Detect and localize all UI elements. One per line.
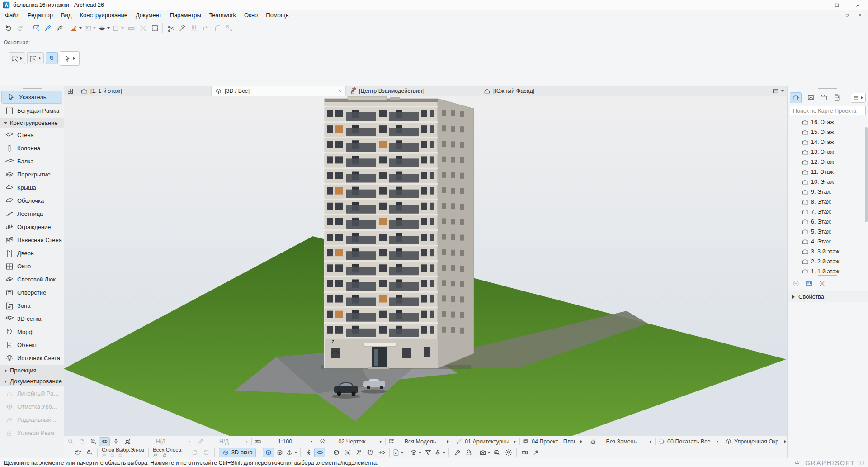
render-button[interactable]	[530, 448, 542, 457]
layer-combination-field[interactable]: 02 Чертеж	[316, 436, 385, 447]
tree-item-11[interactable]: 5. Этаж	[788, 227, 868, 237]
selection-funnel-button[interactable]	[422, 448, 434, 457]
tab-1[interactable]: [3D / Все]	[212, 86, 346, 96]
flythrough-button[interactable]	[519, 448, 530, 457]
tool-beam[interactable]: Балка	[0, 155, 64, 168]
tool-shell[interactable]: Оболочка	[0, 194, 64, 207]
undo-button[interactable]	[2, 22, 14, 34]
delete-viewpoint-icon[interactable]	[818, 280, 826, 289]
menu-item-8[interactable]: Помощь	[262, 10, 292, 20]
walk-explore-button[interactable]	[303, 448, 314, 457]
properties-header[interactable]: Свойства	[788, 291, 868, 302]
toggle-visibility-button[interactable]	[72, 448, 84, 457]
scale-field[interactable]: 1:100	[252, 436, 316, 447]
filter-elements-button[interactable]	[410, 448, 422, 457]
tree-scrollbar[interactable]	[865, 127, 868, 222]
redo-button[interactable]	[14, 22, 26, 34]
intersect-button[interactable]	[200, 22, 212, 34]
sun-settings-button[interactable]	[503, 448, 514, 457]
tool-railing[interactable]: Ограждение	[0, 220, 64, 234]
tool-dimrad[interactable]: Радиальный ...	[0, 413, 64, 426]
orbit-button[interactable]	[99, 437, 110, 446]
maximize-icon[interactable]	[826, 0, 847, 10]
look-to-button[interactable]	[376, 448, 387, 457]
camera-position-button[interactable]	[353, 448, 364, 457]
tab-2[interactable]: [Центр Взаимодействия]	[346, 86, 480, 96]
stretch-button[interactable]	[137, 22, 149, 34]
snapshot-button[interactable]	[479, 448, 491, 457]
tool-object[interactable]: Объект	[0, 338, 64, 352]
toolbox-section-Документирование[interactable]: Документирование	[0, 376, 64, 386]
copy-view-settings-button[interactable]	[491, 448, 503, 457]
tool-opening[interactable]: Отверстие	[0, 286, 64, 299]
apply-surface-button[interactable]	[462, 448, 474, 457]
axonometry-button[interactable]	[274, 448, 285, 457]
coordinates-button[interactable]	[83, 22, 97, 34]
tool-roof[interactable]: Крыша	[0, 181, 64, 194]
group-edit-button[interactable]	[149, 22, 160, 34]
navigator-splitter[interactable]	[788, 273, 868, 277]
tree-item-3[interactable]: 13. Этаж	[788, 147, 868, 157]
toolbox-grip[interactable]	[0, 86, 64, 90]
menu-item-3[interactable]: Конструирование	[75, 10, 131, 20]
marquee-3d-button[interactable]	[330, 448, 342, 457]
tab-3[interactable]: [Южный Фасад]	[480, 86, 614, 96]
tree-item-2[interactable]: 14. Этаж	[788, 137, 868, 147]
add-viewpoint-icon[interactable]	[792, 280, 800, 289]
navigator-grip[interactable]	[788, 86, 868, 90]
layout-book-button[interactable]	[818, 92, 830, 103]
pen-set-na-field[interactable]: Н/Д	[194, 436, 251, 447]
tree-item-13[interactable]: 3. 3-й этаж	[788, 247, 868, 257]
tree-item-1[interactable]: 15. Этаж	[788, 127, 868, 137]
tool-dimlev[interactable]: Отметка Уро...	[0, 400, 64, 413]
pickup-surface-button[interactable]	[451, 448, 462, 457]
cutting-planes-button[interactable]	[434, 448, 446, 457]
tool-dimang[interactable]: Угловой Разм	[0, 426, 64, 439]
tool-door[interactable]: Дверь	[0, 247, 64, 260]
navigator-menu-button[interactable]	[851, 93, 866, 103]
tool-marquee[interactable]: Бегущая Рамка	[0, 104, 64, 117]
menu-item-1[interactable]: Редактор	[24, 10, 57, 20]
sync-icon[interactable]	[794, 459, 801, 466]
renovation-filter-field[interactable]: 00 Показать Все Э...	[656, 436, 722, 447]
tree-item-0[interactable]: 16. Этаж	[788, 117, 868, 127]
toggle-lock-button[interactable]	[84, 448, 95, 457]
viewport-3d[interactable]: z	[64, 96, 787, 436]
menu-item-7[interactable]: Окно	[240, 10, 262, 20]
tab-close-icon[interactable]	[338, 88, 342, 94]
viewpoint-settings-icon[interactable]	[805, 280, 813, 289]
zoom-in-button[interactable]	[88, 437, 99, 446]
menu-item-6[interactable]: Teamwork	[205, 10, 240, 20]
pen-set-field[interactable]: 01 Архитектурны...	[453, 436, 519, 447]
menu-item-5[interactable]: Параметры	[166, 10, 205, 20]
dimension-style-field[interactable]: 04 Проект - Планы	[520, 436, 586, 447]
tool-morph[interactable]: Морф	[0, 325, 64, 338]
orbit-3d-button[interactable]	[314, 448, 326, 457]
graphic-override-field[interactable]: Без Замены	[586, 436, 655, 447]
selection-options-button[interactable]	[9, 52, 25, 64]
zoom-forward-button[interactable]	[76, 437, 87, 446]
tool-dimlin[interactable]: Линейный Ра...	[0, 387, 64, 400]
tool-mesh[interactable]: 3D-сетка	[0, 312, 64, 325]
tool-window[interactable]: Окно	[0, 260, 64, 273]
doc-minimize-icon[interactable]	[828, 11, 841, 19]
tree-item-15[interactable]: 1. 1-й этаж	[788, 267, 868, 273]
tool-wall[interactable]: Стена	[0, 129, 64, 142]
project-map-search-input[interactable]	[790, 106, 866, 115]
tree-item-14[interactable]: 2. 2-й этаж	[788, 257, 868, 267]
pickup-parameters-button[interactable]	[30, 22, 42, 34]
tree-item-10[interactable]: 6. Этаж	[788, 217, 868, 227]
gravity-magnet-button[interactable]	[46, 52, 58, 64]
close-icon[interactable]	[847, 0, 868, 10]
tree-item-6[interactable]: 10. Этаж	[788, 177, 868, 187]
tree-item-12[interactable]: 4. Этаж	[788, 237, 868, 247]
3d-window-button[interactable]: 3D-окно	[219, 448, 256, 457]
perspective-button[interactable]	[263, 448, 274, 457]
trim-button[interactable]	[188, 22, 200, 34]
undo-small-button[interactable]	[201, 448, 212, 457]
fillet-button[interactable]	[212, 22, 223, 34]
inject-parameters-button[interactable]	[42, 22, 53, 34]
publisher-button[interactable]	[831, 92, 843, 103]
element-info-button[interactable]	[392, 448, 405, 457]
tool-light[interactable]: Источник Света	[0, 352, 64, 365]
